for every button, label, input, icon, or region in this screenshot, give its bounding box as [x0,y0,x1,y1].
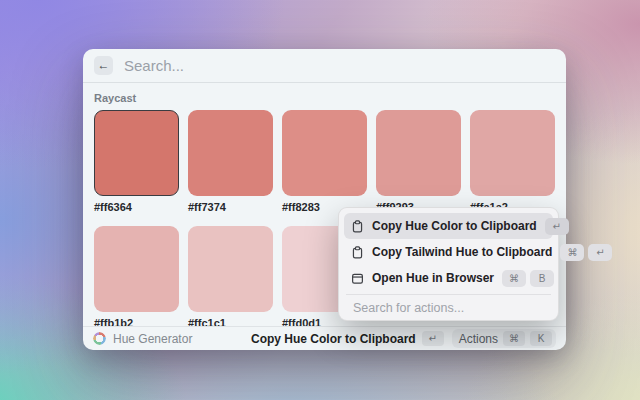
color-swatch[interactable] [376,110,461,196]
k-key-badge: K [530,331,552,346]
return-key-badge: ↵ [588,244,612,261]
return-key-badge: ↵ [422,331,444,346]
menu-item-label: Copy Tailwind Hue to Clipboard [372,245,552,259]
cmd-key-badge: ⌘ [560,244,584,261]
color-swatch[interactable] [94,226,179,312]
actions-search-input[interactable] [351,300,546,316]
cmd-key-badge: ⌘ [502,270,526,287]
swatch-cell: #ffa1a2 [470,110,555,213]
clipboard-icon [351,220,364,233]
raycast-window: ← Raycast #ff6364 #ff7374 #ff8283 #ff929… [83,49,566,350]
color-swatch[interactable] [470,110,555,196]
swatch-hex-label: #ff7374 [188,201,273,213]
return-key-badge: ↵ [545,218,569,235]
actions-menu: Copy Hue Color to Clipboard ↵ Copy Tailw… [338,207,559,321]
back-button[interactable]: ← [94,56,113,75]
menu-item-open-hue-browser[interactable]: Open Hue in Browser ⌘ B [344,265,553,291]
app-name: Hue Generator [113,332,192,346]
swatch-cell: #ff7374 [188,110,273,213]
status-bar: Hue Generator Copy Hue Color to Clipboar… [83,326,566,350]
b-key-badge: B [530,270,554,287]
menu-item-label: Open Hue in Browser [372,271,494,285]
menu-item-copy-hue-color[interactable]: Copy Hue Color to Clipboard ↵ [344,213,553,239]
swatch-cell: #ff8283 [282,110,367,213]
hue-generator-icon [93,332,106,345]
swatch-cell: #ff9293 [376,110,461,213]
search-bar: ← [83,49,566,82]
section-title: Raycast [94,92,555,104]
primary-action-label: Copy Hue Color to Clipboard [251,332,416,346]
color-swatch[interactable] [188,110,273,196]
actions-button[interactable]: Actions ⌘ K [452,329,556,348]
clipboard-icon [351,246,364,259]
actions-label: Actions [459,332,498,346]
swatch-cell: #ffb1b2 [94,226,179,329]
swatch-cell: #ffc1c1 [188,226,273,329]
back-arrow-icon: ← [98,58,110,72]
swatch-cell: #ff6364 [94,110,179,213]
swatch-hex-label: #ff6364 [94,201,179,213]
color-swatch[interactable] [188,226,273,312]
menu-item-label: Copy Hue Color to Clipboard [372,219,537,233]
color-swatch[interactable] [94,110,179,196]
search-input[interactable] [122,56,555,75]
browser-icon [351,272,364,285]
color-swatch[interactable] [282,110,367,196]
menu-item-copy-tailwind-hue[interactable]: Copy Tailwind Hue to Clipboard ⌘ ↵ [344,239,553,265]
primary-action-button[interactable]: Copy Hue Color to Clipboard ↵ [251,331,444,346]
cmd-key-badge: ⌘ [503,331,525,346]
